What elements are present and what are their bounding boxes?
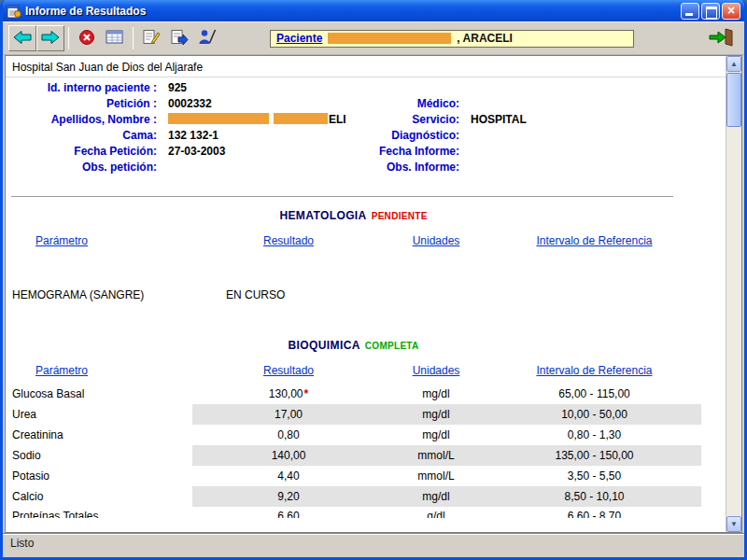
hematologia-title: HEMATOLOGIAPENDIENTE: [6, 209, 701, 222]
scrollbar-track[interactable]: [726, 128, 741, 516]
row-unidades: mg/dl: [385, 486, 487, 507]
row-parametro: Potasio: [6, 469, 192, 483]
row-resultado: 140,00: [192, 445, 385, 466]
obs-peticion-label: Obs. petición:: [6, 160, 164, 175]
minimize-button[interactable]: [681, 3, 699, 20]
app-window: Informe de Resultados: [0, 0, 747, 560]
exit-icon: [708, 28, 734, 49]
obs-peticion-value: [164, 160, 362, 175]
row-unidades: mmol/L: [385, 445, 487, 466]
header-resultado[interactable]: Resultado: [263, 234, 314, 247]
redaction-block: [328, 33, 451, 44]
table-row[interactable]: Glucosa Basal 130,00* mg/dl 65,00 - 115,…: [6, 384, 701, 404]
bioquimica-table: Glucosa Basal 130,00* mg/dl 65,00 - 115,…: [6, 384, 701, 518]
fecha-informe-label: Fecha Informe:: [362, 144, 467, 160]
send-report-button[interactable]: [165, 25, 193, 51]
header-unidades[interactable]: Unidades: [413, 234, 460, 247]
medico-label: Médico:: [362, 96, 467, 112]
window-title: Informe de Resultados: [25, 5, 681, 18]
report-grid-icon: [106, 30, 124, 48]
row-resultado: 17,00: [192, 404, 385, 425]
maximize-button[interactable]: [701, 3, 720, 20]
apellidos-visible-suffix: ELI: [329, 113, 346, 126]
header-parametro[interactable]: Parámetro: [35, 234, 88, 247]
table-row[interactable]: Potasio 4,40 mmol/L 3,50 - 5,50: [6, 466, 701, 486]
row-resultado: 0,80: [192, 428, 385, 441]
row-unidades: mmol/L: [385, 469, 487, 483]
id-interno-label: Id. interno paciente :: [6, 80, 164, 96]
row-parametro: Proteínas Totales: [6, 507, 192, 518]
fecha-peticion-value: 27-03-2003: [164, 144, 362, 160]
header-unidades[interactable]: Unidades: [413, 364, 460, 377]
results-zone: HEMATOLOGIAPENDIENTE Parámetro Resultado…: [6, 209, 726, 518]
row-parametro: HEMOGRAMA (SANGRE): [6, 288, 192, 301]
forward-icon: [41, 30, 60, 48]
empty-cell: [467, 80, 726, 96]
servicio-label: Servicio:: [362, 112, 467, 128]
header-intervalo[interactable]: Intervalo de Referencia: [536, 234, 652, 247]
close-button[interactable]: [722, 3, 740, 20]
table-row[interactable]: Creatinina 0,80 mg/dl 0,80 - 1,30: [6, 425, 701, 445]
report-grid-button[interactable]: [101, 25, 129, 51]
row-unidades: g/dl: [385, 507, 487, 518]
obs-informe-label: Obs. Informe:: [362, 160, 467, 175]
row-intervalo: 0,80 - 1,30: [487, 428, 701, 441]
header-parametro[interactable]: Parámetro: [35, 364, 88, 377]
table-row[interactable]: HEMOGRAMA (SANGRE) EN CURSO: [6, 285, 701, 305]
window-controls: [681, 3, 740, 20]
scroll-down-button[interactable]: ▼: [726, 516, 741, 532]
toolbar-separator: [68, 27, 69, 49]
back-button[interactable]: [8, 25, 36, 51]
table-row[interactable]: Sodio 140,00 mmol/L 135,00 - 150,00: [6, 445, 701, 466]
bioquimica-headers: Parámetro Resultado Unidades Intervalo d…: [6, 364, 701, 377]
scrollbar-thumb[interactable]: [726, 73, 741, 127]
hospital-name: Hospital San Juan de Dios del Aljarafe: [6, 56, 726, 77]
forward-button[interactable]: [36, 25, 64, 51]
row-resultado: EN CURSO: [192, 288, 385, 301]
row-intervalo: 135,00 - 150,00: [487, 445, 701, 466]
hematologia-headers: Parámetro Resultado Unidades Intervalo d…: [6, 234, 701, 247]
peticion-label: Petición :: [6, 96, 164, 112]
cama-label: Cama:: [6, 128, 164, 144]
patient-info: Id. interno paciente : 925 Petición : 00…: [6, 80, 726, 175]
toolbar: Paciente , ARACELI: [3, 21, 744, 55]
sample-button[interactable]: [193, 25, 221, 51]
peticion-value: 0002332: [164, 96, 362, 112]
patient-field[interactable]: Paciente , ARACELI: [270, 30, 634, 48]
report-area: Hospital San Juan de Dios del Aljarafe I…: [5, 55, 742, 533]
abnormal-flag: *: [304, 387, 309, 400]
redaction-block: [168, 113, 269, 124]
section-name: HEMATOLOGIA: [279, 209, 366, 222]
title-bar[interactable]: Informe de Resultados: [3, 0, 744, 21]
cancel-icon: [78, 29, 95, 49]
row-resultado: 6,60: [192, 507, 385, 518]
obs-informe-value: [467, 160, 726, 175]
diagnostico-label: Diagnóstico:: [362, 128, 467, 144]
row-unidades: mg/dl: [385, 387, 487, 400]
toolbar-separator: [133, 27, 134, 49]
header-resultado[interactable]: Resultado: [263, 364, 314, 377]
table-row-partial[interactable]: Proteínas Totales 6,60 g/dl 6,60 - 8,70: [6, 507, 701, 518]
apellidos-value-redacted: ELI: [164, 112, 362, 128]
row-resultado: 4,40: [192, 469, 385, 483]
row-parametro: Urea: [6, 408, 192, 421]
row-resultado: 9,20: [192, 486, 385, 507]
scroll-up-button[interactable]: ▲: [726, 56, 741, 72]
table-row[interactable]: Calcio 9,20 mg/dl 8,50 - 10,10: [6, 486, 701, 507]
diagnostico-value: [467, 128, 726, 144]
send-report-icon: [170, 29, 189, 49]
exit-button[interactable]: [703, 24, 739, 52]
row-intervalo: 6,60 - 8,70: [487, 507, 701, 518]
header-intervalo[interactable]: Intervalo de Referencia: [536, 364, 652, 377]
edit-report-button[interactable]: [137, 25, 165, 51]
vertical-scrollbar[interactable]: ▲ ▼: [726, 56, 741, 532]
row-parametro: Glucosa Basal: [6, 387, 192, 400]
bioquimica-title: BIOQUIMICACOMPLETA: [6, 339, 701, 352]
fecha-informe-value: [467, 144, 726, 160]
edit-report-icon: [142, 29, 161, 49]
row-parametro: Calcio: [6, 490, 192, 503]
cancel-button[interactable]: [73, 25, 101, 51]
patient-label: Paciente: [276, 32, 322, 45]
row-intervalo: 10,00 - 50,00: [487, 404, 701, 425]
table-row[interactable]: Urea 17,00 mg/dl 10,00 - 50,00: [6, 404, 701, 425]
